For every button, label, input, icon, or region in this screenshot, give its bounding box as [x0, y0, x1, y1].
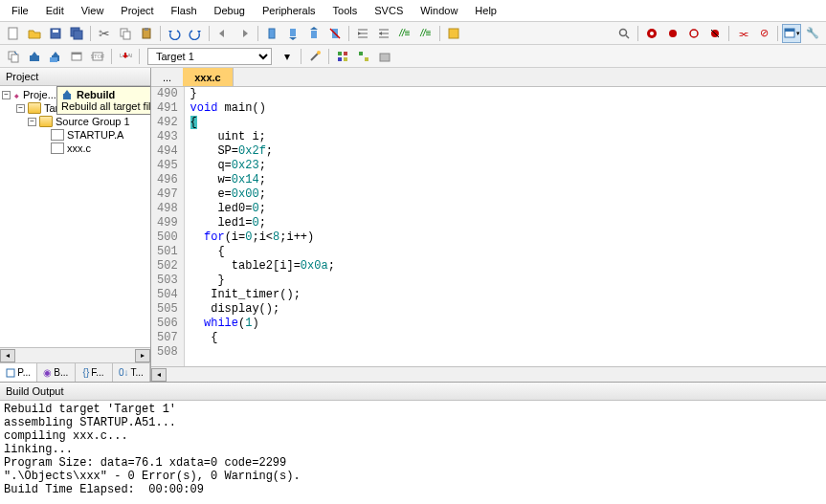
- svg-point-15: [620, 29, 627, 35]
- breakpoint-disable-icon[interactable]: [684, 24, 703, 43]
- link-icon[interactable]: ⫘: [733, 24, 752, 43]
- svg-rect-11: [311, 31, 317, 38]
- tree-group[interactable]: − Source Group 1: [2, 115, 148, 128]
- copy-icon[interactable]: [116, 24, 135, 43]
- svg-rect-4: [74, 31, 82, 39]
- bookmark-clear-icon[interactable]: [325, 24, 345, 43]
- indent-icon[interactable]: [353, 24, 372, 43]
- download-icon[interactable]: LOAD: [116, 47, 135, 66]
- tree-file[interactable]: xxx.c: [2, 142, 148, 155]
- file-icon: [51, 129, 64, 141]
- wand-icon[interactable]: [305, 47, 324, 66]
- svg-rect-10: [290, 29, 296, 36]
- manage-rte-icon[interactable]: [354, 47, 373, 66]
- svg-rect-41: [359, 52, 363, 55]
- outdent-icon[interactable]: [374, 24, 393, 43]
- new-icon[interactable]: [4, 24, 23, 43]
- code-lines[interactable]: }void main(){ uint i; SP=0x2f; q=0x23; w…: [185, 87, 341, 366]
- menu-project[interactable]: Project: [113, 2, 161, 19]
- find-in-files-icon[interactable]: [444, 24, 463, 43]
- options-icon[interactable]: ▾: [278, 47, 297, 66]
- find-icon[interactable]: [614, 24, 634, 43]
- debug-icon[interactable]: [642, 24, 661, 43]
- scroll-right-icon[interactable]: ▸: [135, 349, 150, 362]
- stop-build-icon[interactable]: STOP: [88, 47, 107, 66]
- nav-back-icon[interactable]: [213, 24, 233, 43]
- menu-tools[interactable]: Tools: [325, 2, 366, 19]
- redo-icon[interactable]: [186, 24, 205, 43]
- bookmark-next-icon[interactable]: [304, 24, 324, 43]
- pack-installer-icon[interactable]: [375, 47, 394, 66]
- open-icon[interactable]: [25, 24, 44, 43]
- save-all-icon[interactable]: [67, 24, 86, 43]
- tooltip-title: Rebuild: [77, 89, 115, 100]
- svg-rect-43: [380, 54, 390, 61]
- separator: [728, 26, 729, 41]
- svg-rect-0: [9, 28, 17, 39]
- batch-build-icon[interactable]: [67, 47, 86, 66]
- menu-peripherals[interactable]: Peripherals: [255, 2, 324, 19]
- scroll-left-icon[interactable]: ◂: [0, 349, 15, 362]
- comment-icon[interactable]: //≡: [395, 24, 414, 43]
- bookmark-prev-icon[interactable]: [283, 24, 302, 43]
- project-tab-books[interactable]: ◉B...: [37, 363, 75, 382]
- tool-icon[interactable]: 🔧: [803, 24, 822, 43]
- expand-icon[interactable]: −: [2, 91, 11, 99]
- menu-flash[interactable]: Flash: [164, 2, 205, 19]
- expand-icon[interactable]: −: [28, 118, 36, 126]
- separator: [328, 49, 329, 64]
- svg-rect-39: [338, 57, 342, 61]
- expand-icon[interactable]: −: [16, 104, 25, 113]
- tree-file[interactable]: STARTUP.A: [2, 128, 148, 142]
- separator: [777, 26, 778, 41]
- ban-icon[interactable]: ⊘: [754, 24, 773, 43]
- bookmark-icon[interactable]: [262, 24, 281, 43]
- svg-rect-44: [63, 94, 71, 99]
- undo-icon[interactable]: [165, 24, 184, 43]
- svg-rect-2: [53, 30, 58, 33]
- svg-point-20: [690, 30, 698, 37]
- build-icon[interactable]: [25, 47, 44, 66]
- menu-edit[interactable]: Edit: [38, 2, 72, 19]
- project-tree[interactable]: Rebuild Rebuild all target files − ⬥ Pro…: [0, 86, 150, 347]
- tree-label: xxx.c: [67, 142, 91, 154]
- separator: [637, 26, 638, 41]
- menu-debug[interactable]: Debug: [207, 2, 253, 19]
- build-toolbar: STOP LOAD Target 1 ▾: [0, 45, 826, 68]
- menu-view[interactable]: View: [74, 2, 112, 19]
- cut-icon[interactable]: ✂: [95, 24, 114, 43]
- tree-label: Source Group 1: [56, 116, 130, 127]
- svg-rect-45: [7, 369, 14, 377]
- menu-svcs[interactable]: SVCS: [367, 2, 411, 19]
- paste-icon[interactable]: [137, 24, 156, 43]
- save-icon[interactable]: [46, 24, 65, 43]
- svg-rect-24: [785, 29, 794, 32]
- svg-point-36: [317, 51, 321, 55]
- menu-window[interactable]: Window: [413, 2, 465, 19]
- manage-components-icon[interactable]: [333, 47, 352, 66]
- menu-file[interactable]: File: [4, 2, 36, 19]
- nav-fwd-icon[interactable]: [234, 24, 254, 43]
- translate-icon[interactable]: [4, 47, 23, 66]
- separator: [348, 26, 349, 41]
- breakpoint-kill-icon[interactable]: [705, 24, 725, 43]
- project-h-scroll[interactable]: ◂ ▸: [0, 347, 150, 362]
- editor-h-scroll[interactable]: ◂: [151, 366, 826, 382]
- menu-help[interactable]: Help: [467, 2, 504, 19]
- target-select[interactable]: Target 1: [147, 48, 272, 65]
- scroll-left-icon[interactable]: ◂: [151, 368, 167, 382]
- window-icon[interactable]: ▾: [782, 24, 801, 43]
- rebuild-icon[interactable]: [46, 47, 65, 66]
- file-tab-overflow[interactable]: ...: [151, 68, 183, 86]
- project-tab-project[interactable]: P...: [0, 363, 37, 382]
- build-output-text[interactable]: Rebuild target 'Target 1' assembling STA…: [0, 401, 826, 504]
- code-editor[interactable]: 4904914924934944954964974984995005015025…: [151, 87, 826, 366]
- file-tab-active[interactable]: xxx.c: [183, 68, 234, 86]
- project-tab-templates[interactable]: 0↓T...: [113, 363, 150, 382]
- svg-rect-14: [449, 29, 458, 38]
- breakpoint-icon[interactable]: [663, 24, 682, 43]
- project-tab-functions[interactable]: {}F...: [76, 363, 113, 382]
- folder-open-icon: [39, 116, 53, 127]
- svg-rect-6: [123, 32, 130, 39]
- uncomment-icon[interactable]: //≡: [416, 24, 435, 43]
